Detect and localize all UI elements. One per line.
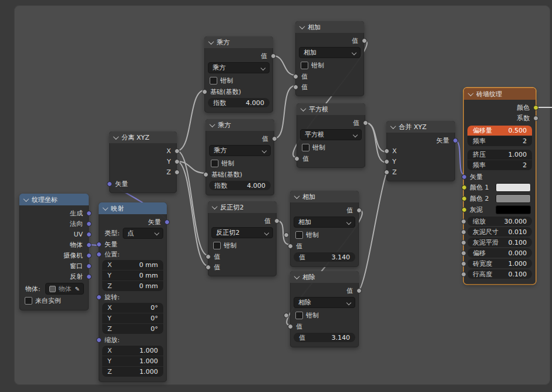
socket-vector-out[interactable]	[164, 219, 170, 225]
socket-normal[interactable]	[86, 221, 92, 227]
field-mortar-size[interactable]: 灰泥尺寸0.010	[467, 227, 532, 236]
field-scale[interactable]: 缩放30.000	[467, 217, 532, 226]
socket-value-out[interactable]	[356, 288, 362, 293]
socket-vector-out[interactable]	[453, 138, 458, 143]
checkbox-clamp[interactable]	[295, 231, 303, 239]
collapse-chevron-icon[interactable]	[299, 23, 305, 29]
operation-dropdown[interactable]: 相加	[294, 217, 355, 228]
socket-z-out[interactable]	[174, 170, 180, 175]
socket-value-out[interactable]	[274, 218, 280, 224]
socket-value-in-1[interactable]	[206, 254, 211, 259]
field-brick-width[interactable]: 砖宽度1.000	[467, 259, 532, 268]
collapse-chevron-icon[interactable]	[294, 273, 300, 279]
node-sqrt[interactable]: 平方根 值 平方根 钳制 值	[297, 103, 365, 168]
node-divide[interactable]: 相除 值 相除 钳制 值 值3.140	[290, 271, 359, 347]
node-power-2[interactable]: 乘方 值 乘方 钳制 基础(基数) 指数4.000	[206, 119, 274, 195]
node-header-add-1[interactable]: 相加	[295, 21, 364, 33]
field-squash-frequency[interactable]: 频率2	[467, 160, 532, 170]
field-rotation-z[interactable]: Z0°	[102, 323, 163, 334]
collapse-chevron-icon[interactable]	[294, 193, 300, 199]
socket-value-in-2[interactable]	[284, 313, 289, 318]
node-add-1[interactable]: 相加 值 相加 钳制 值 值	[295, 21, 364, 96]
field-squash[interactable]: 挤压1.000	[467, 150, 532, 160]
field-rotation-y[interactable]: Y0°	[102, 313, 163, 323]
operation-dropdown[interactable]: 乘方	[208, 62, 270, 73]
socket-value-in-2[interactable]	[293, 85, 298, 90]
node-header-divide[interactable]: 相除	[290, 271, 359, 283]
node-header-power-1[interactable]: 乘方	[204, 36, 273, 48]
node-power-1[interactable]: 乘方 值 乘方 钳制 基础(基数) 指数4.000	[204, 36, 273, 113]
socket-color2-in[interactable]	[462, 196, 467, 201]
node-combine-xyz[interactable]: 合并 XYZ 矢量 X Y Z	[386, 121, 455, 181]
collapse-chevron-icon[interactable]	[113, 134, 119, 140]
field-offset[interactable]: 偏移量0.500	[467, 126, 532, 136]
value-field[interactable]: 值3.140	[294, 252, 355, 262]
socket-value-in-2[interactable]	[206, 265, 211, 270]
node-mapping[interactable]: 映射 矢量 类型: 点 矢量 位置: X0 mm Y0 mm Z0 mm 旋转:…	[99, 202, 167, 382]
collapse-chevron-icon[interactable]	[301, 106, 307, 111]
field-scale-z[interactable]: Z1.000	[102, 366, 163, 377]
socket-value-in-1[interactable]	[288, 244, 293, 249]
socket-mortar-smooth-in[interactable]	[461, 240, 466, 245]
socket-location[interactable]	[96, 252, 102, 257]
socket-scale[interactable]	[96, 337, 102, 343]
socket-vector-in[interactable]	[96, 242, 102, 247]
checkbox-from-instancer[interactable]	[25, 297, 32, 305]
socket-value-out[interactable]	[356, 208, 362, 213]
eyedropper-icon[interactable]: ✎	[75, 286, 80, 292]
checkbox-clamp[interactable]	[302, 144, 309, 151]
node-header-sqrt[interactable]: 平方根	[297, 103, 365, 115]
socket-x-out[interactable]	[174, 148, 180, 154]
node-header-add-2[interactable]: 相加	[290, 191, 359, 202]
field-position-x[interactable]: X0 mm	[102, 260, 163, 270]
node-separate-xyz[interactable]: 分离 XYZ X Y Z 矢量	[109, 131, 177, 193]
socket-value-out[interactable]	[272, 136, 277, 141]
socket-value-out[interactable]	[271, 53, 276, 59]
socket-y-out[interactable]	[174, 159, 180, 164]
object-picker-field[interactable]: 物体 ✎	[45, 283, 84, 295]
node-header-power-2[interactable]: 乘方	[206, 119, 274, 131]
socket-object[interactable]	[86, 242, 92, 248]
socket-window[interactable]	[86, 263, 92, 269]
socket-scale-in[interactable]	[461, 219, 466, 224]
collapse-chevron-icon[interactable]	[210, 121, 216, 127]
clamp-row[interactable]: 钳制	[295, 59, 364, 71]
collapse-chevron-icon[interactable]	[391, 123, 396, 129]
field-position-y[interactable]: Y0 mm	[102, 270, 163, 281]
node-add-2[interactable]: 相加 值 相加 钳制 值 值3.140	[290, 191, 359, 267]
field-scale-y[interactable]: Y1.000	[102, 356, 163, 366]
socket-fac-out[interactable]	[533, 116, 538, 121]
collapse-chevron-icon[interactable]	[23, 196, 29, 202]
clamp-row[interactable]: 钳制	[208, 239, 277, 251]
from-instancer-row[interactable]: 来自实例	[19, 295, 89, 306]
field-mortar-smooth[interactable]: 灰泥平滑0.100	[467, 238, 532, 247]
socket-reflection[interactable]	[86, 274, 92, 279]
socket-rotation[interactable]	[96, 295, 102, 300]
node-header-texture-coordinate[interactable]: 纹理坐标	[19, 194, 89, 205]
mapping-type-dropdown[interactable]: 点	[123, 228, 163, 239]
socket-value-out[interactable]	[363, 120, 368, 126]
socket-base-in[interactable]	[203, 172, 208, 177]
socket-brick-width-in[interactable]	[461, 261, 466, 266]
socket-value-in[interactable]	[294, 156, 299, 161]
operation-dropdown[interactable]: 相加	[299, 47, 361, 58]
node-header-combine-xyz[interactable]: 合并 XYZ	[386, 121, 455, 133]
color2-swatch[interactable]	[496, 194, 531, 203]
socket-uv[interactable]	[86, 232, 92, 237]
checkbox-clamp[interactable]	[301, 62, 308, 69]
field-bias[interactable]: 偏移0.000	[467, 248, 532, 258]
exponent-field[interactable]: 指数4.000	[208, 98, 270, 107]
collapse-chevron-icon[interactable]	[208, 39, 214, 45]
clamp-row[interactable]: 钳制	[206, 157, 274, 169]
node-header-brick-texture[interactable]: 砖墙纹理	[464, 88, 536, 100]
collapse-chevron-icon[interactable]	[212, 204, 218, 209]
socket-row-height-in[interactable]	[461, 272, 466, 277]
socket-generated[interactable]	[86, 211, 92, 216]
color1-swatch[interactable]	[496, 183, 531, 192]
socket-z-in[interactable]	[384, 170, 389, 175]
field-position-z[interactable]: Z0 mm	[102, 281, 163, 291]
socket-mortar-size-in[interactable]	[461, 229, 466, 235]
node-texture-coordinate[interactable]: 纹理坐标 生成 法向 UV 物体 摄像机 窗口 反射 物体: 物体 ✎ 来自实例	[19, 194, 89, 310]
clamp-row[interactable]: 钳制	[297, 141, 365, 153]
field-scale-x[interactable]: X1.000	[102, 346, 163, 356]
